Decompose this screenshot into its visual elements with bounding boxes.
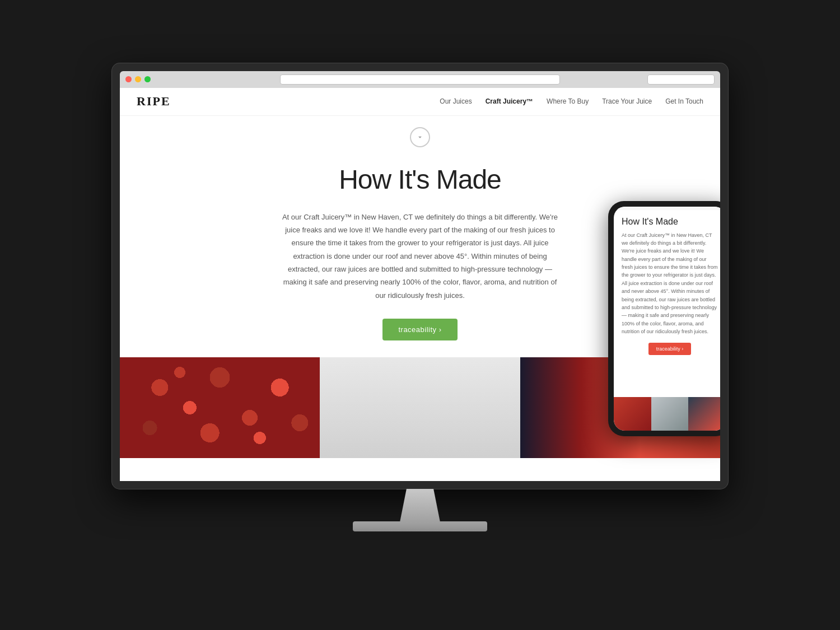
scroll-indicator[interactable]: [410, 127, 430, 147]
traffic-light-green[interactable]: [144, 76, 151, 82]
traffic-light-red[interactable]: [125, 76, 132, 82]
nav-our-juices[interactable]: Our Juices: [440, 97, 472, 105]
phone-bottles-image: [688, 397, 720, 431]
main-body-text: At our Craft Juicery™ in New Haven, CT w…: [280, 211, 560, 302]
phone-cranberry-image: [614, 397, 651, 431]
nav-where-to-buy[interactable]: Where To Buy: [547, 97, 589, 105]
phone-mockup: How It's Made At our Craft Juicery™ in N…: [608, 201, 720, 436]
phone-body-text: At our Craft Juicery™ in New Haven, CT w…: [622, 231, 718, 336]
phone-screen: How It's Made At our Craft Juicery™ in N…: [614, 207, 720, 431]
nav-get-in-touch[interactable]: Get In Touch: [665, 97, 703, 105]
search-bar[interactable]: [647, 74, 715, 85]
address-bar[interactable]: [280, 74, 560, 85]
phone-image-strip: [614, 397, 720, 431]
chevron-down-icon: [416, 133, 424, 141]
cranberry-image: [120, 357, 320, 458]
nav-craft-juicery[interactable]: Craft Juicery™: [486, 97, 533, 105]
site-logo: RIPE: [137, 94, 171, 109]
traffic-light-yellow[interactable]: [135, 76, 141, 82]
phone-content: How It's Made At our Craft Juicery™ in N…: [614, 210, 720, 397]
nav-links: Our Juices Craft Juicery™ Where To Buy T…: [440, 97, 703, 105]
phone-factory-image: [651, 397, 689, 431]
monitor-stand: [386, 489, 454, 522]
monitor-wrapper: RIPE Our Juices Craft Juicery™ Where To …: [95, 63, 745, 567]
monitor-screen: RIPE Our Juices Craft Juicery™ Where To …: [120, 88, 720, 481]
factory-image: [320, 357, 520, 458]
browser-top-bar: [120, 71, 720, 88]
phone-traceability-button[interactable]: traceability ›: [648, 343, 692, 355]
nav-trace-your-juice[interactable]: Trace Your Juice: [602, 97, 652, 105]
page-title: How It's Made: [339, 164, 501, 195]
phone-frame: How It's Made At our Craft Juicery™ in N…: [608, 201, 720, 436]
phone-page-title: How It's Made: [622, 217, 718, 227]
monitor-frame: RIPE Our Juices Craft Juicery™ Where To …: [112, 63, 728, 489]
traceability-button[interactable]: traceability ›: [382, 319, 457, 340]
site-navigation: RIPE Our Juices Craft Juicery™ Where To …: [120, 88, 720, 116]
monitor-base: [353, 521, 487, 531]
